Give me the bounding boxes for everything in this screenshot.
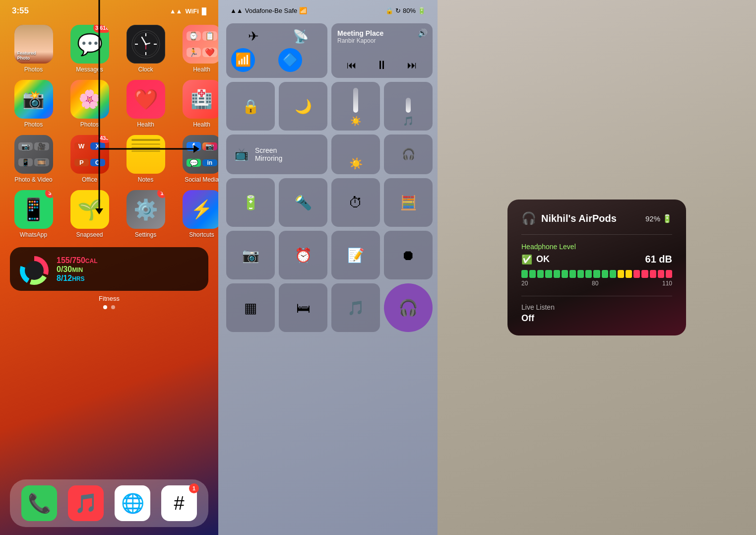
- live-listen-label: Live Listen: [521, 303, 672, 311]
- app-grid-row1: FeaturedPhoto Photos 3,618 💬 Messages: [0, 20, 218, 78]
- wifi-status: WiFi: [185, 7, 198, 15]
- cc-record-tile[interactable]: ⏺: [384, 231, 433, 279]
- cc-brightness2-tile[interactable]: ☀️: [331, 134, 380, 174]
- app-label: Health: [193, 66, 210, 73]
- cc-connectivity-block: ✈ 📡 📶 🔷: [226, 23, 327, 78]
- airpods-name: Nikhil's AirPods: [541, 213, 617, 224]
- app-label: Health: [137, 121, 154, 128]
- cc-flashlight-tile[interactable]: 🔦: [279, 178, 327, 227]
- fitness-cal: 155/750CAL: [57, 256, 198, 265]
- live-listen-value: Off: [521, 313, 672, 324]
- fitness-widget[interactable]: 155/750CAL 0/30MIN 8/12HRS: [10, 247, 208, 291]
- app-label: WhatsApp: [20, 231, 47, 238]
- ok-text: OK: [536, 254, 550, 265]
- app-label: Settings: [135, 231, 156, 238]
- messages-badge: 3,618: [93, 25, 109, 33]
- app-health2[interactable]: 🏥 Health: [178, 80, 218, 128]
- fitness-label: Fitness: [0, 295, 218, 302]
- app-shortcuts[interactable]: ⚡ Shortcuts: [178, 190, 218, 238]
- dock-slack[interactable]: 1 #: [161, 485, 197, 521]
- dock-music[interactable]: 🎵: [68, 485, 104, 521]
- cc-timer-tile[interactable]: ⏱: [331, 178, 380, 227]
- cc-music-artist: Ranbir Kapoor: [337, 37, 427, 44]
- app-label: Snapseed: [76, 231, 103, 238]
- app-photos-big[interactable]: 📸 Photos: [10, 80, 57, 128]
- clock-face-icon: [131, 29, 161, 59]
- app-whatsapp[interactable]: 3 📱 WhatsApp: [10, 190, 57, 238]
- cc-cellular-tile[interactable]: 📡: [278, 28, 322, 45]
- airpods-header: 🎧 Nikhil's AirPods 92% 🔋: [521, 211, 672, 225]
- cc-lock-rotation-tile[interactable]: 🔒: [226, 82, 275, 131]
- cc-volume-tile[interactable]: 🎵: [384, 82, 433, 131]
- cc-lock-icon: 🔒: [385, 7, 393, 14]
- airpods-battery-icon: 🔋: [662, 214, 672, 223]
- cc-brightness-tile[interactable]: ☀️: [331, 82, 380, 131]
- cc-calculator-tile[interactable]: 🧮: [384, 178, 433, 227]
- cc-forward-btn[interactable]: ⏭: [407, 60, 417, 71]
- fitness-min: 0/30MIN: [57, 265, 198, 274]
- app-label: Photos: [80, 121, 99, 128]
- airpods-card: 🎧 Nikhil's AirPods 92% 🔋 Headphone Level…: [507, 200, 686, 335]
- app-photos2[interactable]: 🌸 Photos: [66, 80, 113, 128]
- cc-shazam-tile[interactable]: 🎵: [331, 283, 380, 332]
- app-snapseed[interactable]: 🌱 Snapseed: [66, 190, 113, 238]
- cc-screen-mirror-tile[interactable]: 📺 ScreenMirroring: [226, 134, 327, 174]
- app-label: Clock: [138, 66, 153, 73]
- dot-2: [111, 305, 115, 309]
- cc-status-bar: ▲▲ Vodafone-Be Safe 📶 🔒 ↻ 80% 🔋: [218, 0, 438, 18]
- cc-play-btn[interactable]: ⏸: [376, 58, 388, 72]
- app-health-folder[interactable]: ⌚ 📋 🏃 ❤️ Health: [178, 25, 218, 73]
- cc-wifi-tile[interactable]: 📶: [231, 48, 255, 72]
- status-time: 3:55: [12, 6, 29, 16]
- app-label: Health: [193, 121, 210, 128]
- app-label: Messages: [76, 66, 103, 73]
- cc-notes-tile[interactable]: 📝: [331, 231, 380, 279]
- app-label: Shortcuts: [189, 231, 214, 238]
- dock-phone[interactable]: 📞: [21, 485, 57, 521]
- fitness-hrs: 8/12HRS: [57, 274, 198, 283]
- cc-music-title: Meeting Place: [337, 29, 427, 37]
- app-photo-video[interactable]: 📷 🎥 📱 🎞️ Photo & Video: [10, 135, 57, 183]
- app-label: Social Media: [185, 176, 218, 183]
- cc-airplane-tile[interactable]: ✈: [231, 28, 275, 45]
- app-label: Photo & Video: [14, 176, 53, 183]
- cc-alarm-tile[interactable]: ⏰: [279, 231, 327, 279]
- cc-music-tile[interactable]: 🔊 Meeting Place Ranbir Kapoor ⏮ ⏸ ⏭: [331, 23, 433, 78]
- cc-rewind-btn[interactable]: ⏮: [347, 60, 357, 71]
- cc-camera-tile[interactable]: 📷: [226, 231, 275, 279]
- signal-icon: ▲▲: [170, 7, 183, 15]
- cc-battery-pct: 80%: [403, 7, 416, 14]
- status-bar: 3:55 ▲▲ WiFi █: [0, 0, 218, 18]
- app-label: Photos: [24, 66, 43, 73]
- app-health[interactable]: ❤️ Health: [122, 80, 169, 128]
- app-office[interactable]: 433 W X P O Office: [66, 135, 113, 183]
- airpods-battery-pct: 92%: [645, 214, 660, 223]
- app-clock[interactable]: Clock: [122, 25, 169, 73]
- cc-bluetooth-tile[interactable]: 🔷: [278, 48, 302, 72]
- svg-point-9: [145, 43, 147, 45]
- db-value: 61 dB: [645, 254, 672, 265]
- cc-qr-tile[interactable]: ▦: [226, 283, 275, 332]
- cc-airpods-vol-tile[interactable]: 🎧: [384, 134, 433, 174]
- app-settings[interactable]: 1 ⚙️ Settings: [122, 190, 169, 238]
- app-notes[interactable]: Notes: [122, 135, 169, 183]
- app-featured-photo[interactable]: FeaturedPhoto Photos: [10, 25, 57, 73]
- cc-battery-tile[interactable]: 🔋: [226, 178, 275, 227]
- dot-1: [103, 305, 107, 309]
- level-bar: [521, 270, 672, 278]
- home-screen: 3:55 ▲▲ WiFi █ FeaturedPhoto Photos 3,61…: [0, 0, 218, 535]
- office-badge: 433: [98, 135, 109, 143]
- app-messages[interactable]: 3,618 💬 Messages: [66, 25, 113, 73]
- headphone-status: ✅ OK 61 dB: [521, 254, 672, 265]
- dock-chrome[interactable]: 🌐: [115, 485, 150, 521]
- cc-sleep-tile[interactable]: 🛏: [279, 283, 327, 332]
- level-labels: 20 80 110: [521, 280, 672, 287]
- app-social-media[interactable]: f 📷 💬 in Social Media: [178, 135, 218, 183]
- headphone-level-label: Headphone Level: [521, 243, 672, 251]
- cc-airpods-active-tile[interactable]: 🎧: [384, 283, 433, 332]
- cc-rotation-icon: ↻: [395, 7, 401, 14]
- app-label: Office: [82, 176, 97, 183]
- cc-moon-tile[interactable]: 🌙: [279, 82, 327, 131]
- cc-screen-mirror-label: ScreenMirroring: [255, 146, 282, 162]
- battery-status: █: [202, 7, 206, 15]
